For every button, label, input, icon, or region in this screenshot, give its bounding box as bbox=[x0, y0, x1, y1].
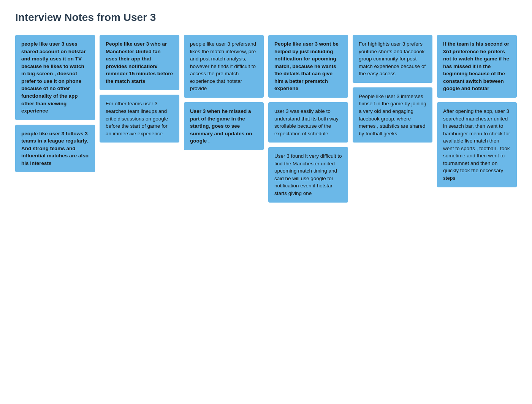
column-4: People like user 3 wont be helped by jus… bbox=[268, 35, 348, 203]
page-title: Interview Notes from User 3 bbox=[15, 11, 517, 24]
card-text-col4-card2: user 3 was easily able to understand tha… bbox=[274, 108, 342, 137]
card-col5-card2: People like user 3 immerses himself in t… bbox=[353, 87, 432, 143]
card-col4-card1: People like user 3 wont be helped by jus… bbox=[268, 35, 348, 98]
card-col2-card1: People like user 3 who ar Manchester Uni… bbox=[100, 35, 179, 90]
card-col3-card1: people like user 3 prefersand likes the … bbox=[184, 35, 264, 98]
column-1: people like user 3 uses shared account o… bbox=[15, 35, 95, 172]
card-col1-card2: people like user 3 follows 3 teams in a … bbox=[15, 125, 95, 173]
column-5: For highlights user 3 prefers youtube sh… bbox=[353, 35, 432, 143]
card-text-col4-card1: People like user 3 wont be helped by jus… bbox=[274, 40, 342, 92]
card-text-col3-card2: User 3 when he missed a part of the game… bbox=[190, 108, 258, 145]
card-col6-card1: If the team is his second or 3rd prefere… bbox=[437, 35, 517, 98]
card-text-col5-card2: People like user 3 immerses himself in t… bbox=[359, 93, 426, 137]
card-col3-card2: User 3 when he missed a part of the game… bbox=[184, 102, 264, 150]
interview-notes-board: people like user 3 uses shared account o… bbox=[15, 35, 517, 203]
card-text-col6-card2: After opening the app, user 3 searched m… bbox=[443, 108, 511, 182]
card-text-col5-card1: For highlights user 3 prefers youtube sh… bbox=[359, 40, 426, 78]
card-text-col6-card1: If the team is his second or 3rd prefere… bbox=[443, 40, 511, 92]
card-text-col3-card1: people like user 3 prefersand likes the … bbox=[190, 40, 258, 92]
card-col5-card1: For highlights user 3 prefers youtube sh… bbox=[353, 35, 432, 83]
column-6: If the team is his second or 3rd prefere… bbox=[437, 35, 517, 187]
column-3: people like user 3 prefersand likes the … bbox=[184, 35, 264, 150]
card-col2-card2: For other teams user 3 searches team lin… bbox=[100, 95, 179, 143]
card-col1-card1: people like user 3 uses shared account o… bbox=[15, 35, 95, 120]
card-text-col1-card2: people like user 3 follows 3 teams in a … bbox=[21, 130, 89, 167]
card-text-col2-card2: For other teams user 3 searches team lin… bbox=[106, 100, 173, 137]
card-text-col2-card1: People like user 3 who ar Manchester Uni… bbox=[106, 40, 173, 85]
column-2: People like user 3 who ar Manchester Uni… bbox=[100, 35, 179, 143]
card-col4-card3: User 3 found it very difficult to find t… bbox=[268, 147, 348, 202]
card-col6-card2: After opening the app, user 3 searched m… bbox=[437, 102, 517, 187]
card-text-col1-card1: people like user 3 uses shared account o… bbox=[21, 40, 89, 115]
card-col4-card2: user 3 was easily able to understand tha… bbox=[268, 102, 348, 143]
card-text-col4-card3: User 3 found it very difficult to find t… bbox=[274, 152, 342, 197]
